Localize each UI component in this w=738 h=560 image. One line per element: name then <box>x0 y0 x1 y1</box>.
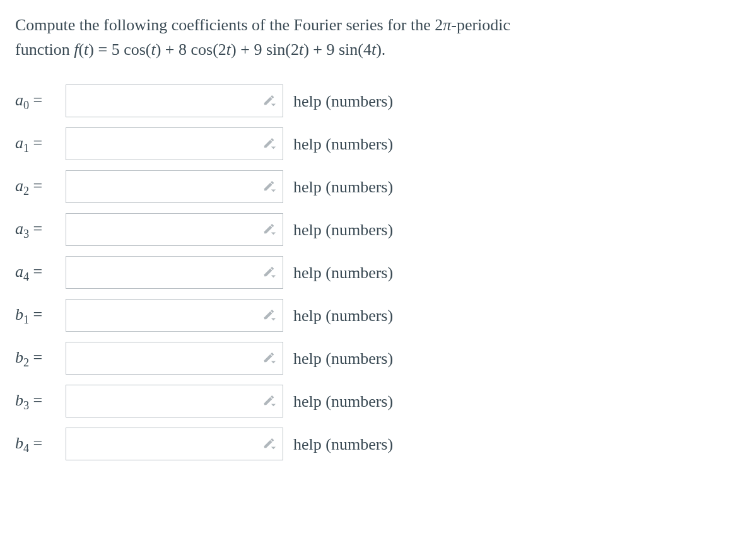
prompt-func-rhs: 5 cos(t) + 8 cos(2t) + 9 sin(2t) + 9 sin… <box>112 40 386 59</box>
help-link-b3[interactable]: help (numbers) <box>293 389 393 414</box>
coeff-label-a2: a2 = <box>15 173 66 200</box>
svg-marker-6 <box>271 361 276 364</box>
input-wrap-a3 <box>66 213 283 246</box>
svg-marker-2 <box>271 190 276 192</box>
pencil-dropdown-icon[interactable] <box>263 437 277 451</box>
answer-input-b3[interactable] <box>66 385 283 417</box>
prompt-text-3: function <box>15 40 74 59</box>
help-link-b2[interactable]: help (numbers) <box>293 346 393 371</box>
help-link-a3[interactable]: help (numbers) <box>293 218 393 242</box>
prompt-period: 2π <box>435 16 451 34</box>
input-wrap-a1 <box>66 127 283 160</box>
input-wrap-b1 <box>66 299 283 332</box>
svg-marker-0 <box>271 104 276 107</box>
answer-row-b2: b2 = help (numbers) <box>15 337 723 380</box>
pencil-dropdown-icon[interactable] <box>263 180 277 194</box>
answer-input-b2[interactable] <box>66 342 283 375</box>
prompt-text-2: -periodic <box>451 16 510 34</box>
help-link-a1[interactable]: help (numbers) <box>293 132 393 156</box>
input-wrap-a4 <box>66 256 283 289</box>
coeff-label-a4: a4 = <box>15 259 66 286</box>
pencil-dropdown-icon[interactable] <box>263 137 277 151</box>
answer-row-b1: b1 = help (numbers) <box>15 294 723 337</box>
answer-row-b4: b4 = help (numbers) <box>15 423 723 465</box>
pencil-dropdown-icon[interactable] <box>263 265 277 279</box>
svg-marker-5 <box>271 318 276 321</box>
coeff-label-a0: a0 = <box>15 88 66 114</box>
help-link-b1[interactable]: help (numbers) <box>293 303 393 328</box>
pencil-dropdown-icon[interactable] <box>263 94 277 108</box>
answer-input-a2[interactable] <box>66 170 283 203</box>
answer-row-a1: a1 = help (numbers) <box>15 122 723 165</box>
input-wrap-b3 <box>66 385 283 417</box>
pencil-dropdown-icon[interactable] <box>263 351 277 365</box>
pencil-dropdown-icon[interactable] <box>263 308 277 322</box>
svg-marker-4 <box>271 276 276 278</box>
answer-input-a0[interactable] <box>66 85 283 117</box>
prompt-text-1: Compute the following coefficients of th… <box>15 16 435 34</box>
help-link-b4[interactable]: help (numbers) <box>293 432 393 457</box>
pencil-dropdown-icon[interactable] <box>263 223 277 236</box>
help-link-a0[interactable]: help (numbers) <box>293 89 393 114</box>
answer-input-a1[interactable] <box>66 127 283 160</box>
answer-row-a4: a4 = help (numbers) <box>15 251 723 294</box>
answer-row-a3: a3 = help (numbers) <box>15 208 723 251</box>
prompt-func-lhs: f <box>74 40 78 59</box>
pencil-dropdown-icon[interactable] <box>263 394 277 408</box>
svg-marker-8 <box>271 447 276 450</box>
help-link-a4[interactable]: help (numbers) <box>293 260 393 285</box>
coeff-label-b2: b2 = <box>15 345 66 371</box>
answer-input-a4[interactable] <box>66 256 283 289</box>
answer-rows: a0 = help (numbers)a1 = help (numbers)a2… <box>15 79 723 465</box>
answer-row-a0: a0 = help (numbers) <box>15 79 723 122</box>
coeff-label-b1: b1 = <box>15 302 66 329</box>
answer-input-b4[interactable] <box>66 428 283 460</box>
input-wrap-b4 <box>66 428 283 460</box>
svg-marker-7 <box>271 404 276 407</box>
coeff-label-b3: b3 = <box>15 388 66 414</box>
answer-input-a3[interactable] <box>66 213 283 246</box>
help-link-a2[interactable]: help (numbers) <box>293 175 393 199</box>
svg-marker-1 <box>271 147 276 149</box>
input-wrap-a2 <box>66 170 283 203</box>
input-wrap-a0 <box>66 85 283 117</box>
coeff-label-a3: a3 = <box>15 216 66 243</box>
input-wrap-b2 <box>66 342 283 375</box>
coeff-label-a1: a1 = <box>15 131 66 157</box>
answer-row-a2: a2 = help (numbers) <box>15 165 723 208</box>
answer-input-b1[interactable] <box>66 299 283 332</box>
coeff-label-b4: b4 = <box>15 431 66 457</box>
svg-marker-3 <box>271 233 276 235</box>
answer-row-b3: b3 = help (numbers) <box>15 380 723 423</box>
question-prompt: Compute the following coefficients of th… <box>15 13 723 62</box>
